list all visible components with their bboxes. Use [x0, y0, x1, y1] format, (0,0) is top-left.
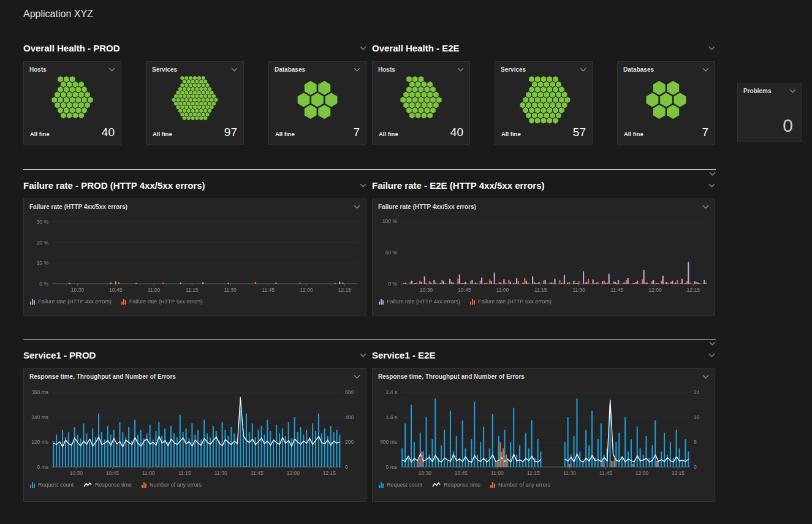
svg-text:11:00: 11:00	[491, 470, 504, 476]
svg-text:11:15: 11:15	[186, 287, 199, 293]
failure-e2e-chart[interactable]: 0 %50 %100 %10:3010:4511:0011:1511:3011:…	[373, 213, 715, 296]
chevron-down-icon[interactable]	[360, 46, 366, 50]
svg-text:10 %: 10 %	[37, 260, 49, 266]
svg-text:10:30: 10:30	[70, 470, 83, 476]
tile-title: Services	[152, 66, 177, 73]
service1-e2e-chart[interactable]: 0 ms800 ms1.6 s2.4 s08162410:3010:4511:0…	[373, 382, 715, 479]
svg-text:12:15: 12:15	[323, 470, 336, 476]
legend-item-4xx[interactable]: Failure rate (HTTP 4xx errors)	[379, 298, 460, 305]
service1-prod-chart[interactable]: 0 ms120 ms240 ms360 ms020040060010:3010:…	[24, 382, 366, 479]
svg-text:24: 24	[694, 389, 700, 395]
section-title: Service1 - E2E	[372, 350, 435, 360]
line-chart-icon	[432, 482, 441, 488]
svg-text:200: 200	[345, 439, 354, 445]
status-label: All fine	[501, 131, 521, 137]
svg-text:10:30: 10:30	[71, 287, 85, 293]
hexagon-grid-icon	[152, 74, 238, 126]
svg-text:12:00: 12:00	[636, 470, 649, 476]
legend-item-errors[interactable]: Number of any errors	[142, 482, 202, 488]
chevron-down-icon[interactable]	[702, 374, 709, 379]
svg-text:12:00: 12:00	[287, 470, 300, 476]
entity-count: 40	[450, 126, 463, 139]
section-service1-prod: Service1 - PROD Response time, Throughpu…	[23, 350, 366, 502]
chevron-down-icon[interactable]	[789, 89, 796, 93]
chevron-down-icon[interactable]	[231, 67, 238, 72]
section-overall-health-prod: Overall Health - PROD Hosts All fine40 S…	[23, 43, 366, 145]
chevron-down-icon[interactable]	[108, 67, 115, 72]
chevron-down-icon[interactable]	[702, 205, 709, 209]
section-header: Service1 - E2E	[372, 350, 715, 360]
hexagon-grid-icon	[501, 74, 586, 126]
legend-item-5xx[interactable]: Failure rate (HTTP 5xx errors)	[121, 298, 203, 305]
bar-chart-icon	[142, 482, 146, 488]
chevron-down-icon[interactable]	[708, 183, 715, 188]
svg-text:10:45: 10:45	[106, 470, 120, 476]
hex-cluster	[495, 74, 592, 126]
section-title: Overall Health - PROD	[23, 43, 120, 53]
legend-item-request-count[interactable]: Request count	[379, 482, 422, 488]
svg-text:0 ms: 0 ms	[37, 464, 48, 470]
svg-text:12:15: 12:15	[687, 287, 700, 293]
dashboard: Application XYZ Overall Health - PROD Ho…	[0, 0, 812, 502]
health-tile-databases-prod[interactable]: Databases All fine7	[268, 61, 366, 145]
tile-title: Response time, Throughput and Number of …	[29, 373, 176, 380]
status-label: All fine	[624, 131, 643, 137]
failure-prod-chart-tile[interactable]: Failure rate (HTTP 4xx/5xx errors) 0 %10…	[23, 199, 366, 316]
section-title: Overall Health - E2E	[372, 43, 460, 53]
service1-e2e-chart-tile[interactable]: Response time, Throughput and Number of …	[372, 368, 715, 502]
svg-text:50 %: 50 %	[385, 249, 398, 256]
page-title: Application XYZ	[23, 9, 803, 20]
bar-chart-icon	[121, 299, 126, 305]
chevron-down-icon[interactable]	[360, 353, 366, 357]
failure-prod-chart[interactable]: 0 %10 %20 %30 %10:3010:4511:0011:1511:30…	[24, 213, 366, 296]
chevron-down-icon[interactable]	[709, 172, 716, 176]
svg-text:0 ms: 0 ms	[386, 464, 397, 470]
health-tile-services-e2e[interactable]: Services All fine57	[495, 61, 593, 145]
chevron-down-icon[interactable]	[354, 374, 360, 379]
chevron-down-icon[interactable]	[708, 46, 715, 50]
health-row: Overall Health - PROD Hosts All fine40 S…	[23, 43, 803, 145]
chevron-down-icon[interactable]	[709, 341, 716, 346]
legend-item-response-time[interactable]: Response time	[83, 482, 132, 488]
svg-text:11:45: 11:45	[262, 287, 275, 293]
section-title: Service1 - PROD	[23, 350, 96, 360]
svg-text:11:00: 11:00	[142, 470, 155, 476]
divider-chevron-row	[23, 340, 722, 346]
chevron-down-icon[interactable]	[360, 183, 366, 188]
bar-chart-icon	[30, 482, 35, 488]
bar-chart-icon	[490, 482, 495, 488]
svg-text:16: 16	[694, 414, 700, 420]
legend-item-request-count[interactable]: Request count	[30, 482, 74, 488]
legend-item-5xx[interactable]: Failure rate (HTTP 5xx errors)	[470, 298, 552, 305]
failure-e2e-chart-tile[interactable]: Failure rate (HTTP 4xx/5xx errors) 0 %50…	[372, 199, 715, 316]
bar-chart-icon	[379, 482, 384, 488]
chevron-down-icon[interactable]	[708, 353, 715, 357]
status-label: All fine	[275, 131, 295, 137]
health-tile-hosts-e2e[interactable]: Hosts All fine40	[372, 61, 470, 145]
legend-item-response-time[interactable]: Response time	[432, 482, 480, 488]
problems-tile[interactable]: Problems 0	[737, 83, 802, 142]
health-tile-services-prod[interactable]: Services All fine97	[146, 61, 244, 145]
chevron-down-icon[interactable]	[457, 67, 464, 72]
svg-text:400: 400	[345, 414, 354, 420]
entity-count: 7	[353, 126, 360, 139]
section-failure-prod: Failure rate - PROD (HTTP 4xx/5xx errors…	[23, 180, 366, 316]
chevron-down-icon[interactable]	[702, 67, 709, 72]
chevron-down-icon[interactable]	[354, 67, 360, 72]
service1-prod-chart-tile[interactable]: Response time, Throughput and Number of …	[23, 368, 366, 502]
entity-count: 40	[102, 126, 115, 139]
svg-text:12:15: 12:15	[338, 287, 352, 293]
chevron-down-icon[interactable]	[354, 205, 360, 209]
section-title: Failure rate - PROD (HTTP 4xx/5xx errors…	[23, 180, 205, 191]
problems-count: 0	[738, 96, 802, 141]
health-tile-hosts-prod[interactable]: Hosts All fine40	[23, 61, 121, 145]
svg-text:10:45: 10:45	[109, 287, 123, 293]
svg-text:100 %: 100 %	[382, 218, 398, 224]
health-tile-databases-e2e[interactable]: Databases All fine7	[617, 61, 715, 145]
chevron-down-icon[interactable]	[580, 67, 586, 72]
legend-item-4xx[interactable]: Failure rate (HTTP 4xx errors)	[30, 298, 112, 305]
bar-chart-icon	[30, 299, 35, 305]
hex-cluster	[24, 74, 121, 126]
svg-text:10:30: 10:30	[419, 470, 432, 476]
legend-item-errors[interactable]: Number of any errors	[490, 482, 550, 488]
